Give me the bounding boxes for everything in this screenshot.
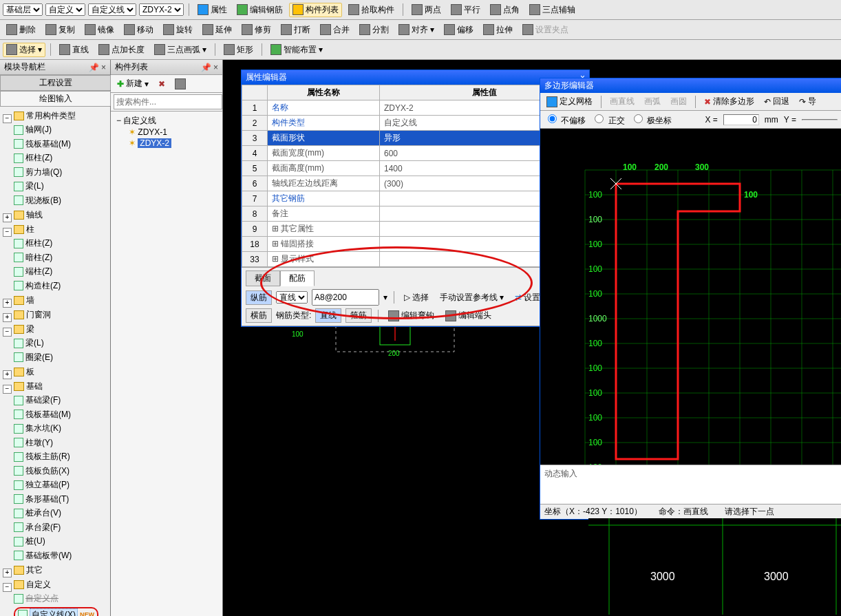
trim-button[interactable]: 修剪 — [238, 23, 275, 37]
stretch-button[interactable]: 拉伸 — [480, 23, 516, 37]
plan-canvas[interactable]: 3000 3000 — [588, 518, 841, 615]
tab-project-settings[interactable]: 工程设置 — [0, 75, 111, 90]
copy-button[interactable]: 复制 — [42, 23, 78, 37]
property-row[interactable]: 7其它钢筋 — [242, 191, 589, 206]
component-icon — [14, 139, 23, 149]
property-row[interactable]: 33⊞ 显示样式 — [242, 252, 589, 267]
edit-end-button[interactable]: 编辑端头 — [442, 308, 495, 323]
property-row[interactable]: 8备注 — [242, 206, 589, 222]
align-button[interactable]: 对齐▾ — [395, 23, 438, 37]
attributes-button[interactable]: 属性 — [194, 3, 231, 17]
property-row[interactable]: 5截面高度(mm)1400 — [242, 161, 589, 176]
draw-line-button[interactable]: 画直线 — [606, 94, 638, 109]
expand-icon[interactable]: − — [3, 583, 12, 592]
align-icon — [398, 24, 409, 35]
edit-hook-button[interactable]: 编辑弯钩 — [385, 308, 438, 323]
copy-component-button[interactable] — [171, 77, 189, 91]
customline-combo[interactable]: 自定义线 — [88, 3, 136, 16]
pick-component-button[interactable]: 拾取构件 — [345, 3, 398, 17]
extend-button[interactable]: 延伸 — [199, 23, 235, 37]
split-button[interactable]: 分割 — [356, 23, 392, 37]
smart-layout-button[interactable]: 智能布置▾ — [267, 43, 326, 57]
selected-component[interactable]: ZDYX-2 — [138, 138, 171, 148]
polygon-canvas[interactable]: 100200300 100 10010010010010010001001001… — [540, 129, 841, 465]
undo-button[interactable]: ↶ 回退 — [760, 94, 793, 109]
manual-ref-button[interactable]: 手动设置参考线▾ — [436, 290, 507, 305]
component-icon — [14, 480, 23, 490]
expand-icon[interactable]: + — [3, 370, 12, 379]
horizontal-rebar-label[interactable]: 横筋 — [246, 308, 272, 323]
expand-icon[interactable]: − — [3, 228, 12, 237]
parallel-button[interactable]: 平行 — [447, 3, 484, 17]
tab-rebar[interactable]: 配筋 — [280, 270, 315, 286]
component-list-button[interactable]: 构件列表 — [289, 3, 342, 17]
vertical-spec-input[interactable] — [312, 289, 379, 306]
layer-combo[interactable]: 基础层 — [3, 3, 43, 16]
stirrup-type[interactable]: 箍筋 — [345, 308, 372, 323]
expand-icon[interactable]: − — [3, 385, 12, 394]
instance-combo[interactable]: ZDYX-2 — [139, 3, 184, 16]
expand-icon[interactable]: − — [3, 328, 12, 337]
move-button[interactable]: 移动 — [120, 23, 157, 37]
property-row[interactable]: 6轴线距左边线距离(300) — [242, 176, 589, 191]
expand-icon[interactable]: + — [3, 569, 12, 577]
expand-icon[interactable]: + — [3, 213, 12, 222]
select-ref-button[interactable]: ▷ 选择 — [401, 290, 432, 305]
property-row[interactable]: 9⊞ 其它属性 — [242, 222, 589, 237]
property-row[interactable]: 4截面宽度(mm)600 — [242, 146, 589, 161]
delete-component-button[interactable]: ✖ — [155, 78, 169, 90]
svg-text:100: 100 — [588, 388, 602, 398]
ortho-radio[interactable]: 正交 — [591, 112, 624, 127]
expand-icon[interactable]: + — [3, 299, 12, 308]
component-icon — [14, 537, 23, 546]
tab-draw-input[interactable]: 绘图输入 — [0, 91, 111, 106]
y-input[interactable] — [802, 119, 838, 120]
arc3-button[interactable]: 三点画弧▾ — [151, 43, 210, 57]
pin-icon[interactable]: 📌 × — [201, 63, 218, 72]
rotate-button[interactable]: 旋转 — [160, 23, 196, 37]
define-grid-button[interactable]: 定义网格 — [543, 94, 596, 109]
point-angle-button[interactable]: 点角 — [487, 3, 523, 17]
expand-icon[interactable]: − — [116, 116, 121, 125]
redo-button[interactable]: ↷ 导 — [796, 94, 820, 109]
custom-line-item[interactable]: 自定义线(X)NEW — [14, 607, 98, 617]
addlen-button[interactable]: 点加长度 — [95, 43, 148, 57]
vertical-type-combo[interactable]: 直线 — [276, 291, 308, 304]
expand-icon[interactable]: − — [3, 114, 12, 123]
property-grid[interactable]: 属性名称属性值 1名称ZDYX-22构件类型自定义线3截面形状异形4截面宽度(m… — [242, 85, 589, 267]
property-editor-title[interactable]: 属性编辑器× — [242, 70, 589, 85]
pin-icon[interactable]: 📌 × — [89, 63, 106, 72]
component-tree[interactable]: − 自定义线 ✶ ZDYX-1 ✶ ZDYX-2 — [111, 111, 222, 616]
draw-arc-button[interactable]: 画弧 — [641, 94, 664, 109]
property-row[interactable]: 2构件类型自定义线 — [242, 116, 589, 131]
delete-button[interactable]: 删除 — [3, 23, 39, 37]
tab-section[interactable]: 截面 — [246, 270, 280, 286]
straight-type[interactable]: 直线 — [315, 308, 341, 323]
polar-radio[interactable]: 极坐标 — [630, 112, 672, 127]
two-point-button[interactable]: 两点 — [408, 3, 445, 17]
new-component-button[interactable]: ✚新建▾ — [114, 76, 152, 91]
x-input[interactable]: 0 — [723, 114, 759, 125]
rect-button[interactable]: 矩形 — [220, 43, 257, 57]
clear-poly-button[interactable]: ✖清除多边形 — [701, 94, 758, 109]
vertical-rebar-label[interactable]: 纵筋 — [246, 290, 272, 305]
edit-rebar-button[interactable]: 编辑钢筋 — [233, 3, 286, 17]
offset-button[interactable]: 偏移 — [440, 23, 477, 37]
three-aux-button[interactable]: 三点辅轴 — [526, 3, 579, 17]
property-row[interactable]: 1名称ZDYX-2 — [242, 100, 589, 116]
draw-circle-button[interactable]: 画圆 — [667, 94, 690, 109]
line-button[interactable]: 直线 — [56, 43, 92, 57]
merge-button[interactable]: 合并 — [317, 23, 353, 37]
property-row[interactable]: 18⊞ 锚固搭接 — [242, 237, 589, 252]
expand-icon[interactable]: + — [3, 313, 12, 322]
no-offset-radio[interactable]: 不偏移 — [544, 112, 586, 127]
mirror-button[interactable]: 镜像 — [81, 23, 118, 37]
search-input[interactable] — [114, 94, 222, 109]
polygon-editor-title[interactable]: 多边形编辑器 — [540, 78, 841, 93]
component-icon — [14, 125, 23, 135]
nav-tree[interactable]: −常用构件类型 轴网(J) 筏板基础(M) 框柱(Z) 剪力墙(Q) 梁(L) … — [0, 107, 110, 616]
property-row[interactable]: 3截面形状异形 — [242, 131, 589, 146]
custom-combo[interactable]: 自定义 — [45, 3, 85, 16]
select-button[interactable]: 选择▾ — [3, 43, 45, 57]
break-button[interactable]: 打断 — [277, 23, 314, 37]
